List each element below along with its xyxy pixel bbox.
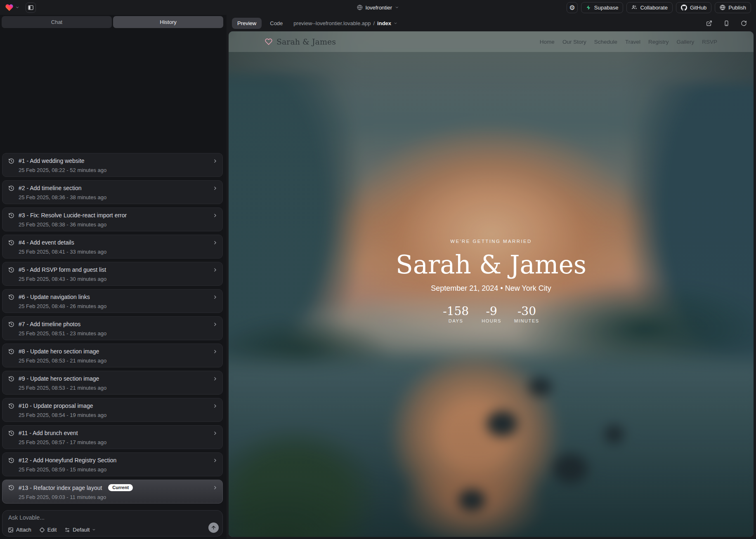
history-item-meta: 25 Feb 2025, 08:38 - 36 minutes ago [19, 221, 217, 228]
panel-left-icon [28, 5, 34, 11]
chevron-right-icon [213, 376, 218, 381]
nav-link-our-story[interactable]: Our Story [562, 39, 586, 45]
topbar: lovefrontier ⚙ Supabase Collaborate GitH… [0, 0, 756, 15]
site-nav: Home Our Story Schedule Travel Registry … [540, 39, 717, 45]
supabase-bolt-icon [586, 5, 591, 10]
history-item-title: #2 - Add timeline section [19, 185, 82, 191]
history-icon [8, 348, 14, 355]
history-icon [8, 240, 14, 246]
chevron-right-icon [213, 294, 218, 300]
nav-link-gallery[interactable]: Gallery [676, 39, 694, 45]
supabase-button[interactable]: Supabase [581, 2, 624, 13]
history-icon [8, 185, 14, 191]
history-item[interactable]: #1 - Add wedding website 25 Feb 2025, 08… [2, 153, 223, 177]
chevron-down-icon [15, 5, 19, 9]
history-item-meta: 25 Feb 2025, 08:51 - 23 minutes ago [19, 330, 217, 337]
lovable-logo-menu[interactable] [5, 3, 19, 12]
history-item[interactable]: #12 - Add Honeyfund Registry Section 25 … [2, 452, 223, 476]
history-item-title: #9 - Update hero section image [19, 375, 99, 382]
project-switcher[interactable]: lovefrontier [357, 0, 399, 15]
tab-code[interactable]: Code [268, 18, 284, 29]
left-panel: Chat History #1 - Add wedding website 25… [0, 15, 225, 539]
preview-url[interactable]: preview--lovefrontier.lovable.app / inde… [293, 20, 397, 26]
countdown-hours: -9 HOURS [480, 305, 503, 323]
gear-icon: ⚙ [569, 4, 575, 12]
preview-panel: Preview Code preview--lovefrontier.lovab… [227, 15, 756, 539]
history-icon [8, 321, 14, 327]
chevron-right-icon [213, 213, 218, 218]
preview-url-separator: / [373, 20, 375, 26]
prompt-input[interactable] [8, 514, 217, 524]
nav-link-travel[interactable]: Travel [625, 39, 640, 45]
history-item[interactable]: #3 - Fix: Resolve Lucide-react import er… [2, 207, 223, 231]
chevron-right-icon [213, 240, 218, 245]
history-item-meta: 25 Feb 2025, 08:53 - 21 minutes ago [19, 385, 217, 391]
nav-link-registry[interactable]: Registry [648, 39, 669, 45]
github-icon [681, 5, 687, 11]
lovable-heart-logo-icon [5, 3, 14, 12]
history-item[interactable]: #5 - Add RSVP form and guest list 25 Feb… [2, 262, 223, 286]
arrow-up-icon [211, 525, 216, 530]
history-item[interactable]: #4 - Add event details 25 Feb 2025, 08:4… [2, 235, 223, 259]
nav-link-home[interactable]: Home [540, 39, 555, 45]
history-item-meta: 25 Feb 2025, 08:22 - 52 minutes ago [19, 167, 217, 173]
site-preview: Sarah & James Home Our Story Schedule Tr… [229, 31, 754, 537]
site-header: Sarah & James Home Our Story Schedule Tr… [229, 31, 754, 52]
open-external-button[interactable] [706, 20, 712, 26]
mode-selector[interactable]: Default [64, 527, 96, 533]
history-item-title: #10 - Update proposal image [19, 402, 93, 409]
refresh-button[interactable] [741, 20, 747, 26]
sidebar-toggle-button[interactable] [26, 2, 36, 13]
history-list: #1 - Add wedding website 25 Feb 2025, 08… [2, 153, 223, 507]
history-icon [8, 294, 14, 300]
history-item[interactable]: #10 - Update proposal image 25 Feb 2025,… [2, 398, 223, 422]
history-item-meta: 25 Feb 2025, 08:59 - 15 minutes ago [19, 466, 217, 473]
globe-icon [357, 5, 363, 10]
history-item-current[interactable]: #13 - Refactor index page layoutCurrent … [2, 480, 223, 504]
countdown: -158 DAYS -9 HOURS -30 MINUTES [229, 305, 754, 323]
history-item[interactable]: #2 - Add timeline section 25 Feb 2025, 0… [2, 180, 223, 204]
history-item-title: #5 - Add RSVP form and guest list [19, 266, 106, 273]
history-item-title: #3 - Fix: Resolve Lucide-react import er… [19, 212, 127, 219]
history-item-title: #13 - Refactor index page layout [19, 485, 102, 491]
chevron-right-icon [213, 158, 218, 164]
settings-button[interactable]: ⚙ [567, 2, 578, 13]
history-icon [8, 457, 14, 464]
chevron-right-icon [213, 186, 218, 191]
history-item[interactable]: #9 - Update hero section image 25 Feb 20… [2, 371, 223, 395]
publish-button[interactable]: Publish [715, 2, 751, 13]
site-brand[interactable]: Sarah & James [265, 37, 336, 46]
history-item[interactable]: #8 - Update hero section image 25 Feb 20… [2, 344, 223, 367]
history-item-title: #12 - Add Honeyfund Registry Section [19, 457, 116, 464]
preview-url-host: preview--lovefrontier.lovable.app [293, 20, 371, 26]
hero-content: WE'RE GETTING MARRIED Sarah & James Sept… [229, 239, 754, 323]
history-item-meta: 25 Feb 2025, 08:36 - 38 minutes ago [19, 194, 217, 200]
attach-button[interactable]: Attach [8, 527, 31, 533]
github-button[interactable]: GitHub [676, 2, 711, 13]
chevron-right-icon [213, 431, 218, 436]
tab-history[interactable]: History [113, 16, 223, 28]
history-item[interactable]: #11 - Add brunch event 25 Feb 2025, 08:5… [2, 425, 223, 449]
chevron-right-icon [213, 267, 218, 273]
send-button[interactable] [208, 523, 219, 533]
hero-title: Sarah & James [229, 252, 754, 277]
crosshair-icon [39, 527, 45, 533]
mobile-view-button[interactable] [723, 20, 730, 26]
sliders-icon [64, 527, 70, 533]
history-item-title: #7 - Add timeline photos [19, 321, 80, 327]
history-icon [8, 376, 14, 382]
tab-preview[interactable]: Preview [232, 18, 262, 29]
image-icon [8, 527, 14, 533]
collaborate-button[interactable]: Collaborate [626, 2, 673, 13]
publish-globe-icon [720, 5, 725, 10]
edit-select-button[interactable]: Edit [39, 527, 57, 533]
history-item-meta: 25 Feb 2025, 08:48 - 26 minutes ago [19, 303, 217, 309]
chevron-down-icon [394, 21, 397, 25]
tab-chat[interactable]: Chat [2, 16, 112, 28]
nav-link-schedule[interactable]: Schedule [594, 39, 617, 45]
users-icon [631, 5, 637, 10]
history-item[interactable]: #7 - Add timeline photos 25 Feb 2025, 08… [2, 316, 223, 340]
history-item[interactable]: #6 - Update navigation links 25 Feb 2025… [2, 289, 223, 313]
history-item-title: #11 - Add brunch event [19, 430, 78, 436]
nav-link-rsvp[interactable]: RSVP [702, 39, 717, 45]
